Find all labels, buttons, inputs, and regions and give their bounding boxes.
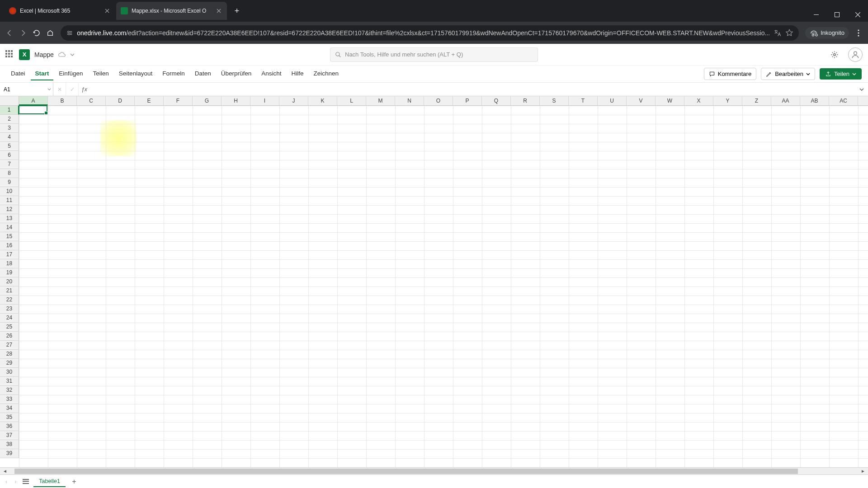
- row-header[interactable]: 39: [0, 449, 19, 458]
- column-header[interactable]: O: [424, 96, 453, 105]
- add-sheet-button[interactable]: +: [69, 477, 79, 487]
- row-header[interactable]: 28: [0, 350, 19, 359]
- row-header[interactable]: 38: [0, 440, 19, 449]
- ribbon-tab-seitenlayout[interactable]: Seitenlayout: [114, 67, 157, 80]
- search-box[interactable]: Nach Tools, Hilfe und mehr suchen (ALT +…: [330, 47, 538, 62]
- row-header[interactable]: 12: [0, 205, 19, 214]
- browser-tab-excel365[interactable]: Excel | Microsoft 365: [5, 2, 115, 20]
- name-box-dropdown-icon[interactable]: [47, 88, 51, 90]
- browser-menu-button[interactable]: [853, 25, 864, 41]
- row-header[interactable]: 35: [0, 413, 19, 422]
- collapse-ribbon-chevron-icon[interactable]: [855, 83, 868, 96]
- back-button[interactable]: [4, 25, 15, 41]
- select-all-corner[interactable]: [0, 96, 19, 105]
- column-header[interactable]: AA: [771, 96, 800, 105]
- new-tab-button[interactable]: +: [231, 5, 243, 17]
- ribbon-tab-teilen[interactable]: Teilen: [89, 67, 113, 80]
- bookmark-icon[interactable]: [785, 29, 793, 37]
- row-header[interactable]: 29: [0, 359, 19, 368]
- row-header[interactable]: 36: [0, 422, 19, 431]
- cancel-formula-button[interactable]: ✕: [53, 83, 66, 96]
- reload-button[interactable]: [31, 25, 42, 41]
- row-header[interactable]: 5: [0, 142, 19, 151]
- column-header[interactable]: Z: [742, 96, 771, 105]
- column-header[interactable]: L: [337, 96, 366, 105]
- incognito-badge[interactable]: Inkognito: [805, 27, 849, 39]
- column-header[interactable]: X: [684, 96, 713, 105]
- minimize-button[interactable]: [806, 7, 826, 22]
- ribbon-tab-ansicht[interactable]: Ansicht: [257, 67, 286, 80]
- scroll-left-arrow-icon[interactable]: ◄: [2, 469, 8, 474]
- app-launcher-button[interactable]: [5, 50, 14, 59]
- close-tab-icon[interactable]: [215, 7, 222, 14]
- row-header[interactable]: 25: [0, 323, 19, 332]
- column-header[interactable]: E: [135, 96, 164, 105]
- all-sheets-button[interactable]: [22, 478, 30, 486]
- column-header[interactable]: A: [19, 96, 48, 105]
- row-header[interactable]: 7: [0, 160, 19, 169]
- column-header[interactable]: N: [395, 96, 424, 105]
- forward-button[interactable]: [17, 25, 29, 41]
- row-header[interactable]: 14: [0, 223, 19, 232]
- column-header[interactable]: V: [627, 96, 656, 105]
- ribbon-tab-datei[interactable]: Datei: [6, 67, 30, 80]
- ribbon-tab-daten[interactable]: Daten: [190, 67, 216, 80]
- ribbon-tab-zeichnen[interactable]: Zeichnen: [309, 67, 344, 80]
- row-header[interactable]: 17: [0, 250, 19, 259]
- row-header[interactable]: 32: [0, 386, 19, 395]
- column-header[interactable]: J: [279, 96, 308, 105]
- row-header[interactable]: 3: [0, 124, 19, 133]
- spreadsheet-grid[interactable]: ABCDEFGHIJKLMNOPQRSTUVWXYZAAABAC 1234567…: [0, 96, 868, 467]
- address-bar[interactable]: onedrive.live.com/edit?action=editnew&id…: [61, 25, 799, 41]
- scroll-track[interactable]: [8, 468, 860, 474]
- column-header[interactable]: T: [569, 96, 598, 105]
- tune-icon[interactable]: [66, 29, 73, 37]
- row-header[interactable]: 10: [0, 187, 19, 196]
- maximize-button[interactable]: [826, 7, 847, 22]
- share-button[interactable]: Teilen: [820, 68, 862, 80]
- column-header[interactable]: U: [598, 96, 627, 105]
- row-header[interactable]: 37: [0, 431, 19, 440]
- column-header[interactable]: S: [540, 96, 569, 105]
- scroll-right-arrow-icon[interactable]: ►: [860, 469, 866, 474]
- row-header[interactable]: 9: [0, 178, 19, 187]
- column-header[interactable]: B: [48, 96, 77, 105]
- row-header[interactable]: 23: [0, 305, 19, 314]
- column-header[interactable]: AC: [829, 96, 858, 105]
- column-header[interactable]: K: [308, 96, 337, 105]
- row-header[interactable]: 34: [0, 404, 19, 413]
- column-header[interactable]: H: [222, 96, 250, 105]
- row-header[interactable]: 33: [0, 395, 19, 404]
- row-header[interactable]: 19: [0, 268, 19, 277]
- column-header[interactable]: M: [366, 96, 395, 105]
- row-header[interactable]: 15: [0, 232, 19, 241]
- row-header[interactable]: 31: [0, 377, 19, 386]
- row-header[interactable]: 22: [0, 296, 19, 305]
- ribbon-tab-formeln[interactable]: Formeln: [158, 67, 189, 80]
- row-header[interactable]: 30: [0, 368, 19, 377]
- document-menu-chevron-icon[interactable]: [70, 53, 75, 56]
- column-header[interactable]: AB: [800, 96, 829, 105]
- column-header[interactable]: C: [77, 96, 106, 105]
- ribbon-tab-einfuegen[interactable]: Einfügen: [54, 67, 87, 80]
- site-info-button[interactable]: [44, 25, 56, 41]
- prev-sheet-button[interactable]: ‹: [4, 479, 9, 485]
- translate-icon[interactable]: [774, 29, 782, 37]
- ribbon-tab-ueberpruefen[interactable]: Überprüfen: [217, 67, 256, 80]
- column-header[interactable]: P: [453, 96, 482, 105]
- next-sheet-button[interactable]: ›: [13, 479, 18, 485]
- row-header[interactable]: 16: [0, 241, 19, 250]
- selected-cell[interactable]: [19, 105, 47, 114]
- settings-gear-icon[interactable]: [827, 47, 842, 62]
- row-header[interactable]: 20: [0, 277, 19, 286]
- ribbon-tab-start[interactable]: Start: [31, 67, 54, 80]
- row-header[interactable]: 18: [0, 259, 19, 268]
- row-header[interactable]: 21: [0, 286, 19, 296]
- row-header[interactable]: 26: [0, 332, 19, 341]
- row-header[interactable]: 4: [0, 133, 19, 142]
- enter-formula-button[interactable]: ✓: [66, 83, 79, 96]
- row-header[interactable]: 27: [0, 341, 19, 350]
- close-window-button[interactable]: [847, 7, 868, 22]
- name-box[interactable]: A1: [0, 83, 53, 96]
- formula-input[interactable]: [90, 83, 855, 96]
